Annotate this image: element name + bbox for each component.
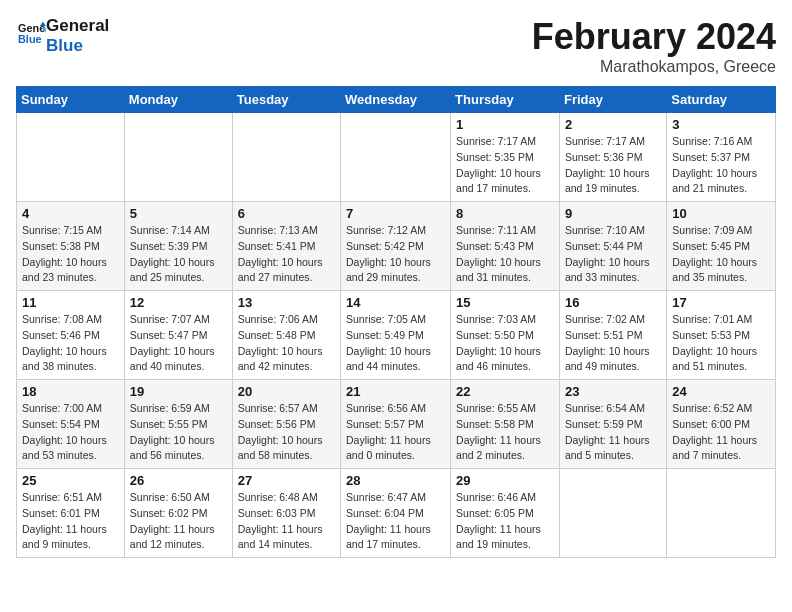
day-info: Sunrise: 7:06 AM Sunset: 5:48 PM Dayligh… xyxy=(238,312,335,375)
day-info: Sunrise: 6:54 AM Sunset: 5:59 PM Dayligh… xyxy=(565,401,661,464)
calendar-cell: 25Sunrise: 6:51 AM Sunset: 6:01 PM Dayli… xyxy=(17,469,125,558)
day-number: 2 xyxy=(565,117,661,132)
calendar-cell: 19Sunrise: 6:59 AM Sunset: 5:55 PM Dayli… xyxy=(124,380,232,469)
day-number: 1 xyxy=(456,117,554,132)
calendar-cell: 26Sunrise: 6:50 AM Sunset: 6:02 PM Dayli… xyxy=(124,469,232,558)
day-number: 21 xyxy=(346,384,445,399)
day-info: Sunrise: 7:01 AM Sunset: 5:53 PM Dayligh… xyxy=(672,312,770,375)
calendar-cell: 14Sunrise: 7:05 AM Sunset: 5:49 PM Dayli… xyxy=(341,291,451,380)
day-info: Sunrise: 7:13 AM Sunset: 5:41 PM Dayligh… xyxy=(238,223,335,286)
day-info: Sunrise: 7:10 AM Sunset: 5:44 PM Dayligh… xyxy=(565,223,661,286)
day-info: Sunrise: 7:14 AM Sunset: 5:39 PM Dayligh… xyxy=(130,223,227,286)
day-info: Sunrise: 6:50 AM Sunset: 6:02 PM Dayligh… xyxy=(130,490,227,553)
column-header-friday: Friday xyxy=(559,87,666,113)
day-info: Sunrise: 7:09 AM Sunset: 5:45 PM Dayligh… xyxy=(672,223,770,286)
day-info: Sunrise: 6:51 AM Sunset: 6:01 PM Dayligh… xyxy=(22,490,119,553)
day-info: Sunrise: 6:48 AM Sunset: 6:03 PM Dayligh… xyxy=(238,490,335,553)
calendar-cell: 23Sunrise: 6:54 AM Sunset: 5:59 PM Dayli… xyxy=(559,380,666,469)
day-info: Sunrise: 7:16 AM Sunset: 5:37 PM Dayligh… xyxy=(672,134,770,197)
day-number: 9 xyxy=(565,206,661,221)
calendar-cell: 20Sunrise: 6:57 AM Sunset: 5:56 PM Dayli… xyxy=(232,380,340,469)
day-number: 16 xyxy=(565,295,661,310)
day-number: 4 xyxy=(22,206,119,221)
calendar-cell: 12Sunrise: 7:07 AM Sunset: 5:47 PM Dayli… xyxy=(124,291,232,380)
day-info: Sunrise: 7:15 AM Sunset: 5:38 PM Dayligh… xyxy=(22,223,119,286)
day-number: 11 xyxy=(22,295,119,310)
calendar-cell: 24Sunrise: 6:52 AM Sunset: 6:00 PM Dayli… xyxy=(667,380,776,469)
calendar-cell: 1Sunrise: 7:17 AM Sunset: 5:35 PM Daylig… xyxy=(451,113,560,202)
day-info: Sunrise: 7:12 AM Sunset: 5:42 PM Dayligh… xyxy=(346,223,445,286)
day-info: Sunrise: 6:59 AM Sunset: 5:55 PM Dayligh… xyxy=(130,401,227,464)
day-number: 26 xyxy=(130,473,227,488)
day-info: Sunrise: 7:02 AM Sunset: 5:51 PM Dayligh… xyxy=(565,312,661,375)
day-number: 10 xyxy=(672,206,770,221)
day-number: 22 xyxy=(456,384,554,399)
calendar-cell xyxy=(124,113,232,202)
day-info: Sunrise: 6:57 AM Sunset: 5:56 PM Dayligh… xyxy=(238,401,335,464)
calendar-cell: 2Sunrise: 7:17 AM Sunset: 5:36 PM Daylig… xyxy=(559,113,666,202)
logo-blue: Blue xyxy=(46,36,109,56)
calendar-cell xyxy=(667,469,776,558)
calendar-cell: 3Sunrise: 7:16 AM Sunset: 5:37 PM Daylig… xyxy=(667,113,776,202)
day-info: Sunrise: 6:56 AM Sunset: 5:57 PM Dayligh… xyxy=(346,401,445,464)
day-number: 29 xyxy=(456,473,554,488)
day-info: Sunrise: 7:08 AM Sunset: 5:46 PM Dayligh… xyxy=(22,312,119,375)
column-header-saturday: Saturday xyxy=(667,87,776,113)
day-number: 20 xyxy=(238,384,335,399)
calendar-cell: 7Sunrise: 7:12 AM Sunset: 5:42 PM Daylig… xyxy=(341,202,451,291)
calendar-cell: 27Sunrise: 6:48 AM Sunset: 6:03 PM Dayli… xyxy=(232,469,340,558)
day-number: 15 xyxy=(456,295,554,310)
calendar-cell: 15Sunrise: 7:03 AM Sunset: 5:50 PM Dayli… xyxy=(451,291,560,380)
day-number: 12 xyxy=(130,295,227,310)
calendar-cell: 18Sunrise: 7:00 AM Sunset: 5:54 PM Dayli… xyxy=(17,380,125,469)
day-number: 3 xyxy=(672,117,770,132)
calendar-cell: 5Sunrise: 7:14 AM Sunset: 5:39 PM Daylig… xyxy=(124,202,232,291)
calendar-cell: 21Sunrise: 6:56 AM Sunset: 5:57 PM Dayli… xyxy=(341,380,451,469)
calendar-cell: 8Sunrise: 7:11 AM Sunset: 5:43 PM Daylig… xyxy=(451,202,560,291)
column-header-tuesday: Tuesday xyxy=(232,87,340,113)
day-number: 18 xyxy=(22,384,119,399)
calendar-header-row: SundayMondayTuesdayWednesdayThursdayFrid… xyxy=(17,87,776,113)
logo-general: General xyxy=(46,16,109,36)
logo: General Blue General Blue xyxy=(16,16,109,57)
location-title: Marathokampos, Greece xyxy=(532,58,776,76)
day-number: 27 xyxy=(238,473,335,488)
logo-icon: General Blue xyxy=(18,20,46,48)
day-number: 7 xyxy=(346,206,445,221)
calendar-cell xyxy=(559,469,666,558)
day-number: 5 xyxy=(130,206,227,221)
calendar-week-2: 4Sunrise: 7:15 AM Sunset: 5:38 PM Daylig… xyxy=(17,202,776,291)
calendar-cell xyxy=(232,113,340,202)
day-number: 17 xyxy=(672,295,770,310)
calendar-cell: 11Sunrise: 7:08 AM Sunset: 5:46 PM Dayli… xyxy=(17,291,125,380)
column-header-wednesday: Wednesday xyxy=(341,87,451,113)
svg-text:Blue: Blue xyxy=(18,34,42,46)
calendar-cell: 28Sunrise: 6:47 AM Sunset: 6:04 PM Dayli… xyxy=(341,469,451,558)
day-info: Sunrise: 6:46 AM Sunset: 6:05 PM Dayligh… xyxy=(456,490,554,553)
calendar-cell xyxy=(341,113,451,202)
day-info: Sunrise: 6:47 AM Sunset: 6:04 PM Dayligh… xyxy=(346,490,445,553)
calendar-cell: 6Sunrise: 7:13 AM Sunset: 5:41 PM Daylig… xyxy=(232,202,340,291)
day-number: 23 xyxy=(565,384,661,399)
calendar-cell: 29Sunrise: 6:46 AM Sunset: 6:05 PM Dayli… xyxy=(451,469,560,558)
calendar-table: SundayMondayTuesdayWednesdayThursdayFrid… xyxy=(16,86,776,558)
calendar-cell: 17Sunrise: 7:01 AM Sunset: 5:53 PM Dayli… xyxy=(667,291,776,380)
page-header: General Blue General Blue February 2024 … xyxy=(16,16,776,76)
calendar-week-1: 1Sunrise: 7:17 AM Sunset: 5:35 PM Daylig… xyxy=(17,113,776,202)
day-number: 19 xyxy=(130,384,227,399)
title-area: February 2024 Marathokampos, Greece xyxy=(532,16,776,76)
day-number: 24 xyxy=(672,384,770,399)
month-title: February 2024 xyxy=(532,16,776,58)
calendar-week-4: 18Sunrise: 7:00 AM Sunset: 5:54 PM Dayli… xyxy=(17,380,776,469)
column-header-monday: Monday xyxy=(124,87,232,113)
day-info: Sunrise: 7:17 AM Sunset: 5:35 PM Dayligh… xyxy=(456,134,554,197)
day-number: 8 xyxy=(456,206,554,221)
calendar-week-5: 25Sunrise: 6:51 AM Sunset: 6:01 PM Dayli… xyxy=(17,469,776,558)
column-header-sunday: Sunday xyxy=(17,87,125,113)
day-number: 25 xyxy=(22,473,119,488)
day-number: 6 xyxy=(238,206,335,221)
calendar-cell xyxy=(17,113,125,202)
calendar-week-3: 11Sunrise: 7:08 AM Sunset: 5:46 PM Dayli… xyxy=(17,291,776,380)
calendar-cell: 13Sunrise: 7:06 AM Sunset: 5:48 PM Dayli… xyxy=(232,291,340,380)
day-info: Sunrise: 7:17 AM Sunset: 5:36 PM Dayligh… xyxy=(565,134,661,197)
